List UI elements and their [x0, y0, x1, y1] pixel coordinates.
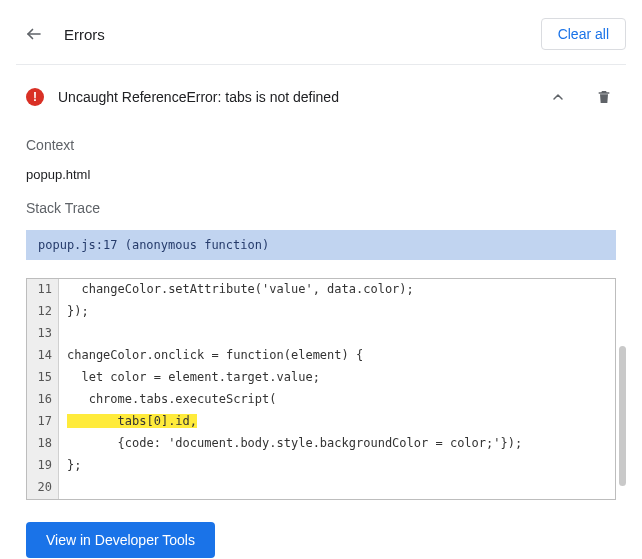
line-number: 17 [27, 411, 59, 433]
line-number: 14 [27, 345, 59, 367]
code-line: 17 tabs[0].id, [27, 411, 615, 433]
stack-trace-frame[interactable]: popup.js:17 (anonymous function) [26, 230, 616, 260]
code-text: {code: 'document.body.style.backgroundCo… [59, 433, 615, 455]
code-text: tabs[0].id, [59, 411, 615, 433]
page-title: Errors [64, 26, 541, 43]
scrollbar-thumb[interactable] [619, 346, 626, 486]
back-arrow-icon[interactable] [24, 24, 44, 44]
code-text: }; [59, 455, 615, 477]
code-text: }); [59, 301, 615, 323]
line-number: 16 [27, 389, 59, 411]
error-message: Uncaught ReferenceError: tabs is not def… [58, 89, 546, 105]
line-number: 15 [27, 367, 59, 389]
collapse-chevron-icon[interactable] [546, 85, 570, 109]
code-line: 16 chrome.tabs.executeScript( [27, 389, 615, 411]
stack-trace-label: Stack Trace [26, 200, 626, 216]
code-text: chrome.tabs.executeScript( [59, 389, 615, 411]
line-number: 20 [27, 477, 59, 499]
highlighted-code: tabs[0].id, [67, 414, 197, 428]
code-line: 14changeColor.onclick = function(element… [27, 345, 615, 367]
code-text: let color = element.target.value; [59, 367, 615, 389]
errors-panel: Errors Clear all ! Uncaught ReferenceErr… [0, 0, 642, 559]
code-line: 15 let color = element.target.value; [27, 367, 615, 389]
code-line: 19}; [27, 455, 615, 477]
clear-all-button[interactable]: Clear all [541, 18, 626, 50]
code-text: changeColor.onclick = function(element) … [59, 345, 615, 367]
error-badge-icon: ! [26, 88, 44, 106]
delete-error-icon[interactable] [592, 85, 616, 109]
line-number: 11 [27, 279, 59, 301]
code-text [59, 477, 615, 499]
divider [16, 64, 626, 65]
code-line: 13 [27, 323, 615, 345]
context-label: Context [26, 137, 626, 153]
line-number: 18 [27, 433, 59, 455]
code-snippet: 11 changeColor.setAttribute('value', dat… [26, 278, 616, 500]
code-line: 20 [27, 477, 615, 499]
code-line: 12}); [27, 301, 615, 323]
line-number: 12 [27, 301, 59, 323]
code-line: 18 {code: 'document.body.style.backgroun… [27, 433, 615, 455]
panel-header: Errors Clear all [16, 10, 626, 64]
line-number: 19 [27, 455, 59, 477]
code-line: 11 changeColor.setAttribute('value', dat… [27, 279, 615, 301]
view-devtools-button[interactable]: View in Developer Tools [26, 522, 215, 558]
context-value: popup.html [26, 167, 626, 182]
error-item[interactable]: ! Uncaught ReferenceError: tabs is not d… [16, 75, 626, 119]
code-text [59, 323, 615, 345]
code-container: 11 changeColor.setAttribute('value', dat… [26, 278, 616, 500]
line-number: 13 [27, 323, 59, 345]
code-text: changeColor.setAttribute('value', data.c… [59, 279, 615, 301]
